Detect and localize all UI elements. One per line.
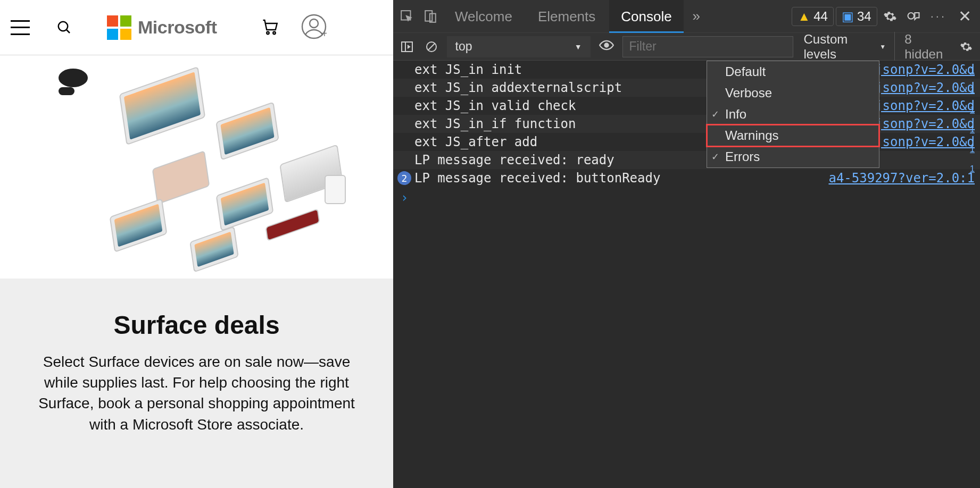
hero-text: Surface deals Select Surface devices are…: [0, 279, 393, 488]
level-option-warnings[interactable]: Warnings: [707, 125, 879, 146]
tab-console[interactable]: Console: [609, 0, 683, 33]
account-icon[interactable]: +: [301, 14, 327, 41]
log-message: ext JS_after add: [414, 134, 537, 149]
source-link[interactable]: 1: [970, 105, 975, 115]
context-select[interactable]: top ▼: [447, 36, 591, 57]
chevron-down-icon: ▼: [575, 43, 582, 51]
more-menu-icon[interactable]: ···: [926, 10, 951, 23]
warnings-badge[interactable]: ▲ 44: [792, 7, 833, 26]
svg-line-1: [67, 29, 70, 32]
search-icon[interactable]: [56, 20, 72, 36]
console-settings-icon[interactable]: [957, 36, 976, 57]
svg-line-14: [428, 44, 435, 50]
context-value: top: [455, 39, 472, 54]
hero-image: [0, 55, 393, 279]
svg-rect-8: [425, 11, 432, 21]
cart-icon[interactable]: [261, 17, 280, 38]
feedback-icon[interactable]: [903, 6, 924, 27]
source-link[interactable]: 1: [970, 145, 975, 154]
source-link[interactable]: 1: [970, 164, 975, 174]
console-prompt[interactable]: ›: [393, 187, 980, 208]
log-message: ext JS_in_if function: [414, 116, 576, 131]
brand-name: Microsoft: [138, 17, 217, 38]
tab-welcome[interactable]: Welcome: [443, 0, 524, 33]
message-icon: ▣: [842, 9, 854, 24]
log-message: ext JS_in valid check: [414, 98, 576, 113]
close-icon[interactable]: ✕: [953, 7, 977, 26]
warnings-count: 44: [813, 9, 828, 24]
log-levels-label: Custom levels: [804, 32, 876, 62]
hero-body: Select Surface devices are on sale now—s…: [27, 351, 367, 435]
log-message: LP message received: buttonReady: [414, 171, 660, 186]
svg-point-5: [310, 19, 318, 28]
clear-console-icon[interactable]: [422, 36, 441, 57]
log-message: LP message received: ready: [414, 153, 614, 167]
console-output: ext JS_in init.jsonp?v=2.0&dext JS_in ad…: [393, 61, 980, 488]
check-icon: ✓: [711, 151, 719, 163]
site-header: Microsoft +: [0, 0, 393, 55]
repeat-count-badge: 2: [397, 171, 411, 185]
log-message: ext JS_in init: [414, 62, 522, 77]
hero-title: Surface deals: [21, 310, 372, 340]
devtools-panel: Welcome Elements Console » ▲ 44 ▣ 34 ···…: [393, 0, 980, 488]
svg-point-2: [267, 31, 269, 34]
svg-point-10: [908, 13, 914, 19]
website-viewport: Microsoft + Surface deals Select Surface…: [0, 0, 393, 488]
svg-point-0: [59, 21, 68, 31]
messages-count: 34: [857, 9, 871, 24]
messages-badge[interactable]: ▣ 34: [836, 7, 877, 26]
inspect-icon[interactable]: [396, 6, 418, 27]
brand-logo[interactable]: Microsoft: [107, 15, 217, 40]
source-link[interactable]: 1: [970, 125, 975, 134]
more-tabs-icon[interactable]: »: [686, 6, 707, 27]
level-option-errors[interactable]: ✓Errors: [707, 146, 879, 167]
console-filterbar: top ▼ Custom levels ▼ 8 hidden: [393, 33, 980, 61]
level-option-default[interactable]: Default: [707, 61, 879, 82]
log-levels-dropdown[interactable]: Custom levels ▼: [804, 32, 886, 62]
source-link[interactable]: 1: [970, 86, 975, 95]
level-option-info[interactable]: ✓Info: [707, 104, 879, 125]
settings-icon[interactable]: [879, 6, 901, 27]
check-icon: ✓: [711, 108, 719, 120]
svg-point-3: [273, 31, 276, 34]
warning-icon: ▲: [798, 9, 810, 24]
source-link[interactable]: 1: [970, 66, 975, 75]
svg-point-15: [604, 43, 608, 47]
hidden-count: 8 hidden: [894, 32, 949, 62]
source-link-tails: 1 1 1 1 1 1: [880, 61, 980, 179]
microsoft-logo-icon: [107, 15, 131, 40]
filter-input[interactable]: [622, 36, 793, 57]
sidebar-toggle-icon[interactable]: [397, 36, 417, 57]
live-expression-icon[interactable]: [596, 39, 617, 54]
chevron-down-icon: ▼: [879, 43, 886, 51]
levels-menu: Default Verbose ✓Info Warnings ✓Errors: [707, 61, 879, 168]
svg-text:+: +: [321, 28, 327, 39]
device-toggle-icon[interactable]: [420, 6, 441, 27]
menu-icon[interactable]: [11, 20, 30, 35]
level-option-verbose[interactable]: Verbose: [707, 82, 879, 104]
tab-elements[interactable]: Elements: [526, 0, 607, 33]
devtools-topbar: Welcome Elements Console » ▲ 44 ▣ 34 ···…: [393, 0, 980, 33]
log-message: ext JS_in addexternalscript: [414, 80, 622, 95]
svg-rect-11: [402, 42, 412, 52]
